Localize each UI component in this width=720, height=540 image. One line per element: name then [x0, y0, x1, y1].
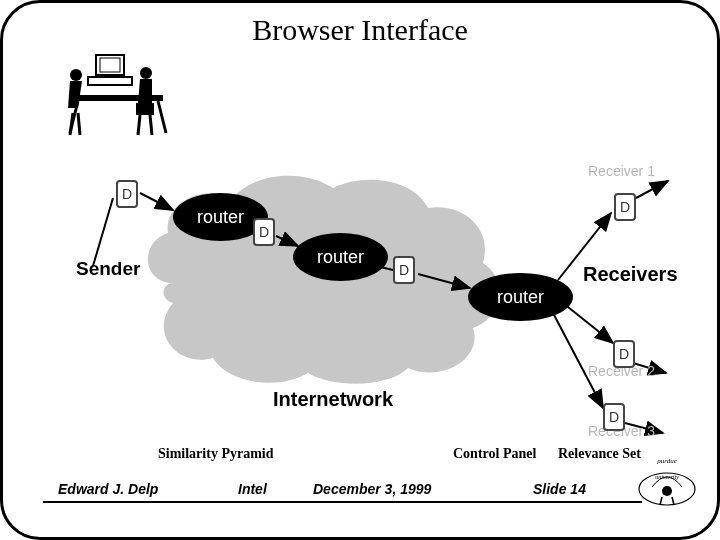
- slide-frame: Browser Interface: [0, 0, 720, 540]
- page-title: Browser Interface: [3, 13, 717, 47]
- footer-author: Edward J. Delp: [58, 481, 158, 497]
- internetwork-label: Internetwork: [273, 388, 393, 411]
- router-node-2: router: [293, 233, 388, 281]
- packet-box: D: [603, 403, 625, 431]
- svg-text:university: university: [655, 474, 679, 480]
- caption-similarity-pyramid: Similarity Pyramid: [158, 446, 274, 462]
- svg-line-7: [70, 113, 73, 135]
- sender-label: Sender: [76, 258, 140, 280]
- router-label: router: [197, 207, 244, 228]
- router-label: router: [497, 287, 544, 308]
- svg-line-21: [563, 303, 613, 343]
- receivers-label: Receivers: [583, 263, 678, 286]
- svg-line-16: [276, 236, 298, 246]
- svg-line-18: [418, 274, 470, 288]
- slide-footer: Edward J. Delp Intel December 3, 1999 Sl…: [3, 479, 717, 519]
- svg-rect-1: [100, 58, 120, 72]
- svg-line-12: [150, 115, 152, 135]
- packet-box: D: [116, 180, 138, 208]
- svg-line-14: [140, 193, 173, 210]
- svg-line-20: [636, 181, 668, 198]
- footer-slide-number: Slide 14: [533, 481, 586, 497]
- packet-box: D: [253, 218, 275, 246]
- svg-line-11: [138, 115, 140, 135]
- svg-line-23: [553, 313, 603, 408]
- svg-line-8: [78, 113, 80, 135]
- svg-rect-2: [88, 77, 132, 85]
- svg-text:purdue: purdue: [656, 457, 677, 465]
- router-label: router: [317, 247, 364, 268]
- router-node-3: router: [468, 273, 573, 321]
- receiver-1-label: Receiver 1: [588, 163, 655, 179]
- caption-relevance-set: Relevance Set: [558, 446, 641, 462]
- svg-line-5: [158, 101, 166, 133]
- purdue-logo: purdue university: [632, 449, 702, 509]
- svg-point-6: [70, 69, 82, 81]
- footer-divider: [43, 501, 642, 503]
- network-diagram: router router router D D D D D D Sender …: [58, 138, 678, 433]
- packet-box: D: [614, 193, 636, 221]
- svg-line-30: [672, 497, 674, 505]
- footer-org: Intel: [238, 481, 267, 497]
- packet-box: D: [393, 256, 415, 284]
- packet-box: D: [613, 340, 635, 368]
- svg-point-28: [662, 486, 672, 496]
- svg-rect-10: [136, 103, 154, 115]
- svg-line-13: [93, 198, 113, 266]
- caption-control-panel: Control Panel: [453, 446, 536, 462]
- svg-point-9: [140, 67, 152, 79]
- footer-date: December 3, 1999: [313, 481, 431, 497]
- svg-line-29: [660, 497, 662, 505]
- clipart-people-computer: [58, 53, 178, 138]
